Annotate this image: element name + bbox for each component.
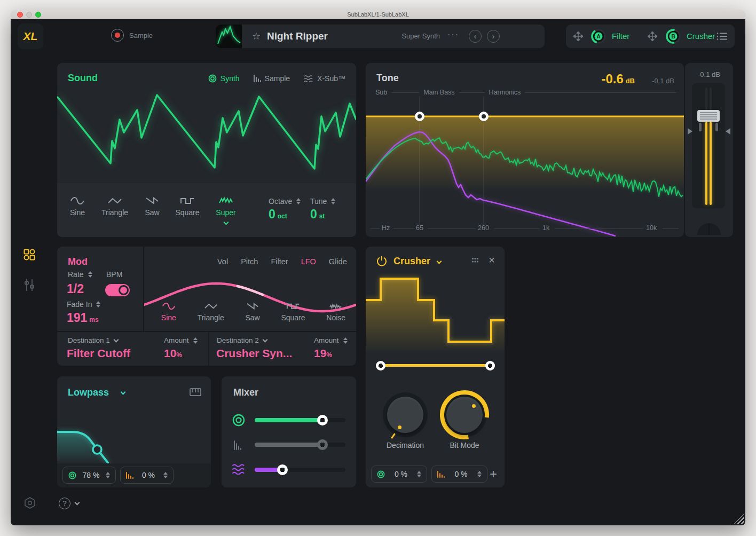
decimation-knob-label: Decimation	[373, 441, 437, 450]
xsub-level-handle[interactable]	[277, 464, 288, 475]
fade-in-label-row[interactable]: Fade In	[67, 300, 100, 309]
tab-synth[interactable]: Synth	[208, 74, 240, 83]
slot-b-badge[interactable]: B	[665, 28, 681, 44]
tab-pitch[interactable]: Pitch	[241, 257, 258, 266]
favorite-star-icon[interactable]: ☆	[252, 30, 261, 42]
fader-left-arrow-icon[interactable]	[688, 128, 692, 135]
wave-square-button[interactable]: Square	[170, 196, 204, 217]
sample-record-button[interactable]: Sample	[111, 29, 153, 42]
preset-more-button[interactable]: ···	[447, 30, 459, 40]
settings-hex-icon[interactable]	[23, 496, 36, 509]
sound-panel: Sound Synth Sample X-Sub™ Sine	[57, 63, 356, 237]
lowpass-mod-field-1[interactable]: 78 %	[62, 467, 116, 484]
lfo-wave-square-button[interactable]: Square	[281, 302, 305, 322]
fade-in-value-row[interactable]: 191 ms	[67, 311, 99, 325]
tab-vol[interactable]: Vol	[217, 257, 228, 266]
destination-2-value: Crusher Syn...	[216, 347, 292, 360]
preset-engine-label: Super Synth	[401, 32, 440, 40]
lfo-wave-saw-button[interactable]: Saw	[245, 302, 259, 322]
slot-a-label[interactable]: Filter	[612, 31, 629, 41]
cutoff-handle[interactable]	[93, 445, 101, 454]
tab-xsub[interactable]: X-Sub™	[304, 74, 345, 83]
crusher-mod-field-1[interactable]: 0 %	[371, 466, 427, 483]
tone-handle-260[interactable]	[479, 112, 489, 121]
fx-list-menu-icon[interactable]	[716, 32, 727, 41]
sample-bars-icon	[254, 75, 261, 82]
wave-sine-button[interactable]: Sine	[64, 196, 91, 217]
octave-control[interactable]: Octave 0 oct	[269, 197, 301, 222]
sample-level-slider[interactable]	[255, 443, 345, 447]
mod-rate-label-row[interactable]: Rate	[68, 270, 92, 279]
tune-control[interactable]: Tune 0 st	[310, 197, 335, 222]
octave-value: 0	[269, 207, 275, 221]
filter-curve-display[interactable]	[57, 376, 211, 463]
preset-name[interactable]: Night Ripper	[267, 30, 328, 42]
add-mod-button[interactable]: +	[490, 467, 497, 482]
tab-glide[interactable]: Glide	[329, 257, 347, 266]
layout-grid-icon[interactable]	[23, 249, 35, 261]
tab-filter[interactable]: Filter	[271, 257, 288, 266]
octave-stepper[interactable]	[296, 198, 301, 204]
slot-b-label[interactable]: Crusher	[687, 31, 715, 41]
close-icon[interactable]: ×	[489, 254, 495, 266]
tone-handle-65[interactable]	[415, 112, 424, 121]
power-icon[interactable]	[376, 256, 387, 266]
output-knob-partial[interactable]	[697, 223, 721, 235]
minimize-button[interactable]	[26, 12, 32, 18]
fader-track[interactable]	[692, 83, 725, 208]
amount-2-stepper[interactable]	[343, 337, 348, 344]
sample-bars-icon	[437, 471, 445, 478]
mod-panel: Mod Rate BPM 1/2 Fade In 191 ms Vol Pitc…	[57, 247, 356, 366]
help-button[interactable]: ?	[59, 498, 79, 509]
lfo-wave-triangle-button[interactable]: Triangle	[198, 302, 224, 322]
sound-wave-strip: Sine Triangle Saw Square Super Octave 0	[57, 183, 356, 237]
bpm-toggle[interactable]	[105, 284, 130, 296]
target-circle-icon	[377, 470, 385, 478]
move-handle-icon[interactable]	[573, 31, 583, 41]
synth-level-slider[interactable]	[255, 418, 345, 422]
move-handle-icon[interactable]	[648, 31, 657, 41]
preset-next-button[interactable]: ›	[487, 30, 500, 43]
crusher-step-display[interactable]	[366, 273, 505, 353]
resize-grip[interactable]	[734, 514, 744, 524]
xsub-level-slider[interactable]	[255, 468, 345, 472]
tone-spectrum-display[interactable]	[366, 63, 684, 237]
wave-saw-button[interactable]: Saw	[138, 196, 166, 217]
tab-sample[interactable]: Sample	[254, 74, 290, 83]
bit-mode-knob[interactable]	[442, 392, 487, 437]
master-fader-panel: -0.1 dB	[685, 63, 733, 237]
crusher-mod-field-2[interactable]: 0 %	[431, 466, 487, 483]
sample-level-handle[interactable]	[317, 439, 328, 450]
synth-level-handle[interactable]	[317, 415, 328, 425]
titlebar[interactable]: SubLabXL/1-SubLabXL	[11, 10, 745, 19]
range-handle-start[interactable]	[376, 361, 385, 371]
oscillator-waveform-display[interactable]	[57, 89, 356, 184]
lowpass-mod-field-2[interactable]: 0 %	[120, 467, 174, 484]
rate-value[interactable]: 1/2	[67, 282, 84, 296]
lfo-wave-sine-button[interactable]: Sine	[161, 302, 176, 322]
chevron-down-icon[interactable]	[223, 220, 229, 225]
fader-right-arrow-icon[interactable]	[726, 128, 730, 135]
decimation-knob[interactable]	[383, 392, 428, 437]
tune-stepper[interactable]	[331, 198, 335, 204]
tab-lfo[interactable]: LFO	[301, 257, 316, 266]
lfo-wave-noise-button[interactable]: Noise	[326, 302, 345, 322]
wave-super-button[interactable]: Super	[212, 196, 240, 224]
fader-cap[interactable]	[697, 110, 720, 122]
range-handle-end[interactable]	[485, 361, 495, 371]
destination-1-label: Destination 1	[68, 336, 110, 344]
wave-triangle-button[interactable]: Triangle	[97, 196, 133, 217]
preset-prev-button[interactable]: ‹	[469, 30, 482, 43]
drag-dots-icon[interactable]	[471, 257, 479, 266]
destination-1-value: Filter Cutoff	[67, 347, 130, 360]
crusher-panel-title[interactable]: Crusher	[393, 256, 430, 267]
slot-a-badge[interactable]: A	[590, 28, 607, 44]
close-button[interactable]	[17, 12, 23, 18]
amount-1-stepper[interactable]	[193, 337, 198, 344]
amount-1-value: 10%	[164, 347, 182, 360]
preset-thumbnail[interactable]	[216, 25, 242, 48]
mixer-faders-icon[interactable]	[24, 279, 35, 291]
zoom-button[interactable]	[35, 12, 41, 18]
axis-1k: 1k	[542, 224, 549, 232]
chevron-down-icon[interactable]	[437, 259, 442, 264]
